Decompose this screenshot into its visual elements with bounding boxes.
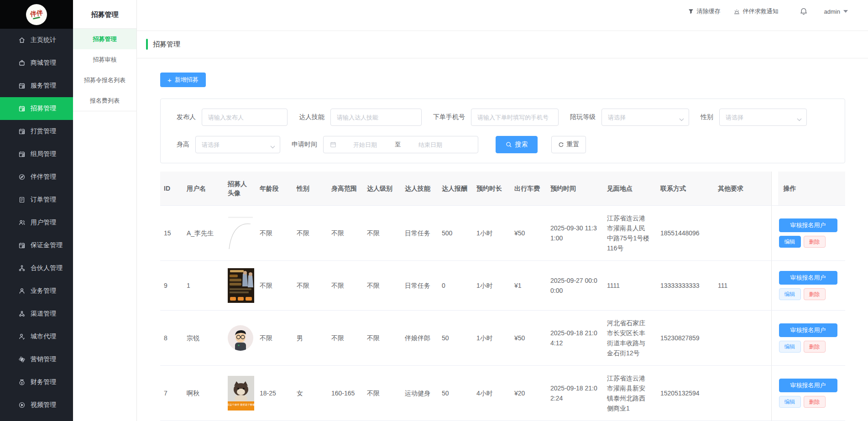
reset-button[interactable]: 重置 bbox=[551, 136, 586, 153]
review-signup-button[interactable]: 审核报名用户 bbox=[779, 379, 837, 392]
user-name: admin bbox=[824, 8, 840, 15]
sidebar-item-video[interactable]: 视频管理 bbox=[0, 394, 73, 416]
sidebar-item-marketing[interactable]: 营销管理 bbox=[0, 348, 73, 371]
table-header-row: ID 用户名 招募人头像 年龄段 性别 身高范围 达人级别 达人技能 达人报酬 … bbox=[160, 172, 845, 206]
sidebar-item-partner[interactable]: 合伙人管理 bbox=[0, 257, 73, 280]
header-fare: 出行车费 bbox=[510, 172, 546, 206]
cell-id: 15 bbox=[160, 206, 182, 261]
recruit-table: ID 用户名 招募人头像 年龄段 性别 身高范围 达人级别 达人技能 达人报酬 … bbox=[160, 172, 845, 421]
search-button[interactable]: 搜索 bbox=[496, 136, 538, 153]
person-icon bbox=[18, 287, 26, 295]
sidebar-item-home-stats[interactable]: 主页统计 bbox=[0, 29, 73, 52]
publisher-label: 发布人 bbox=[177, 113, 196, 121]
clear-cache-button[interactable]: 清除缓存 bbox=[688, 7, 721, 16]
level-label: 陪玩等级 bbox=[570, 113, 596, 121]
cell-reward: 50 bbox=[437, 311, 472, 366]
header-actions: 操作 bbox=[771, 172, 845, 206]
submenu-item-recruit-manage[interactable]: 招募管理 bbox=[73, 29, 136, 49]
sidebar-item-label: 商城管理 bbox=[31, 59, 56, 67]
header-location: 见面地点 bbox=[602, 172, 656, 206]
delete-button[interactable]: 删除 bbox=[804, 341, 826, 353]
sidebar-item-finance[interactable]: 财务管理 bbox=[0, 371, 73, 394]
sidebar-item-business[interactable]: 业务管理 bbox=[0, 280, 73, 302]
add-recruit-label: 新增招募 bbox=[175, 76, 199, 84]
atom-icon bbox=[18, 356, 26, 363]
sidebar-item-label: 业务管理 bbox=[31, 287, 56, 295]
gender-select[interactable] bbox=[719, 109, 807, 126]
sidebar-item-recruit[interactable]: 招募管理 bbox=[0, 97, 73, 120]
header-id: ID bbox=[160, 172, 182, 206]
delete-button[interactable]: 删除 bbox=[804, 236, 826, 248]
skill-input[interactable] bbox=[330, 109, 422, 126]
submenu-item-recruit-review[interactable]: 招募审核 bbox=[73, 49, 136, 70]
edit-button[interactable]: 编辑 bbox=[779, 396, 801, 408]
cell-skill: 运动健身 bbox=[400, 366, 437, 421]
sidebar: 伴伴 主页统计 商城管理 服务管理 招募管理 打赏管理 组局管理 伴伴管理 订单… bbox=[0, 0, 73, 421]
cell-height: 不限 bbox=[327, 311, 362, 366]
edit-button[interactable]: 编辑 bbox=[779, 341, 801, 353]
calendar-clock-icon bbox=[18, 151, 26, 158]
cell-contact: 18551448096 bbox=[656, 206, 713, 261]
end-date-input[interactable] bbox=[403, 141, 457, 148]
sidebar-item-orders[interactable]: 订单管理 bbox=[0, 188, 73, 211]
add-recruit-button[interactable]: + 新增招募 bbox=[160, 73, 206, 87]
cell-location: 河北省石家庄市长安区长丰街道丰收路与金石街12号 bbox=[602, 311, 656, 366]
network-icon bbox=[18, 265, 26, 272]
cell-contact: 15230827859 bbox=[656, 311, 713, 366]
bell-icon[interactable] bbox=[800, 7, 808, 16]
cell-age: 18-25 bbox=[255, 366, 292, 421]
sidebar-item-reward[interactable]: 打赏管理 bbox=[0, 120, 73, 143]
sidebar-item-city-agent[interactable]: 城市代理 bbox=[0, 325, 73, 348]
publisher-input[interactable] bbox=[202, 109, 288, 126]
sidebar-item-label: 主页统计 bbox=[31, 36, 56, 44]
cell-height: 不限 bbox=[327, 261, 362, 311]
app-logo: 伴伴 bbox=[26, 4, 47, 25]
cell-gender: 不限 bbox=[292, 206, 327, 261]
cell-username: 啊秋 bbox=[182, 366, 223, 421]
review-signup-button[interactable]: 审核报名用户 bbox=[779, 218, 837, 232]
user-menu[interactable]: admin bbox=[824, 8, 848, 15]
order-phone-input[interactable] bbox=[471, 109, 559, 126]
cell-level: 不限 bbox=[362, 311, 400, 366]
sidebar-item-users[interactable]: 用户管理 bbox=[0, 211, 73, 234]
header-level: 达人级别 bbox=[362, 172, 400, 206]
submenu: 招募管理 招募管理 招募审核 招募令报名列表 报名费列表 bbox=[73, 0, 137, 421]
skill-label: 达人技能 bbox=[299, 113, 324, 121]
sidebar-item-label: 用户管理 bbox=[31, 218, 56, 227]
sidebar-item-label: 招募管理 bbox=[31, 104, 56, 113]
sidebar-item-label: 保证金管理 bbox=[31, 241, 63, 249]
submenu-item-signup-fee-list[interactable]: 报名费列表 bbox=[73, 90, 136, 111]
sidebar-item-channel[interactable]: 渠道管理 bbox=[0, 302, 73, 325]
cell-level: 不限 bbox=[362, 366, 400, 421]
submenu-item-recruit-signup-list[interactable]: 招募令报名列表 bbox=[73, 70, 136, 90]
start-date-input[interactable] bbox=[338, 141, 392, 148]
level-select[interactable] bbox=[601, 109, 689, 126]
height-select[interactable] bbox=[195, 136, 280, 153]
cell-gender: 不限 bbox=[292, 261, 327, 311]
cell-time: 2025-09-30 11:31:00 bbox=[546, 206, 602, 261]
sidebar-item-group[interactable]: 组局管理 bbox=[0, 143, 73, 166]
edit-button[interactable]: 编辑 bbox=[779, 236, 801, 248]
delete-button[interactable]: 删除 bbox=[804, 396, 826, 408]
sos-notice-button[interactable]: 伴伴求救通知 bbox=[733, 7, 779, 16]
cell-id: 7 bbox=[160, 366, 182, 421]
filter-level: 陪玩等级 bbox=[570, 109, 689, 126]
cell-avatar: 你这个操作 要把老子整哪 bbox=[223, 366, 255, 421]
delete-button[interactable]: 删除 bbox=[804, 288, 826, 300]
sidebar-item-label: 服务管理 bbox=[31, 82, 56, 90]
calendar-clock-icon bbox=[18, 242, 26, 249]
review-signup-button[interactable]: 审核报名用户 bbox=[779, 271, 837, 285]
sidebar-item-banban[interactable]: 伴伴管理 bbox=[0, 166, 73, 188]
filter-height: 身高 bbox=[177, 136, 280, 153]
review-signup-button[interactable]: 审核报名用户 bbox=[779, 323, 837, 337]
date-range-picker[interactable]: 至 bbox=[323, 136, 478, 153]
cell-fare: ¥50 bbox=[510, 311, 546, 366]
header-contact: 联系方式 bbox=[656, 172, 713, 206]
cell-duration: 1小时 bbox=[472, 206, 510, 261]
sidebar-item-mall[interactable]: 商城管理 bbox=[0, 52, 73, 74]
cell-fare: ¥20 bbox=[510, 366, 546, 421]
sidebar-item-service[interactable]: 服务管理 bbox=[0, 74, 73, 97]
edit-button[interactable]: 编辑 bbox=[779, 288, 801, 300]
cell-fare: ¥50 bbox=[510, 206, 546, 261]
sidebar-item-deposit[interactable]: 保证金管理 bbox=[0, 234, 73, 257]
